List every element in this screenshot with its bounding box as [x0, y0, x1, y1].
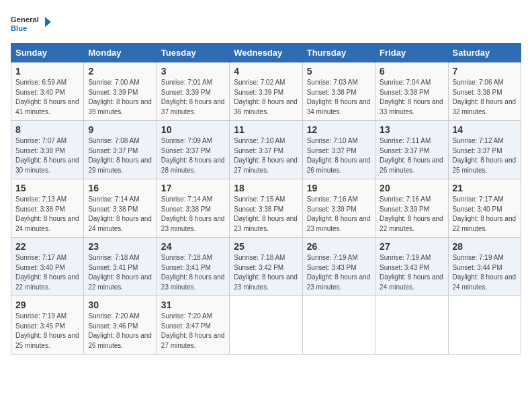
- day-number: 9: [88, 124, 152, 135]
- day-number: 14: [453, 124, 517, 135]
- day-detail: Sunrise: 7:08 AMSunset: 3:37 PMDaylight:…: [88, 136, 152, 175]
- day-detail: Sunrise: 7:07 AMSunset: 3:38 PMDaylight:…: [15, 136, 79, 175]
- day-number: 24: [161, 241, 225, 252]
- svg-marker-2: [45, 17, 51, 27]
- day-number: 1: [15, 66, 79, 77]
- day-number: 21: [453, 183, 517, 193]
- day-number: 10: [161, 124, 225, 135]
- day-detail: Sunrise: 7:14 AMSunset: 3:38 PMDaylight:…: [88, 195, 152, 234]
- day-cell: 4Sunrise: 7:02 AMSunset: 3:39 PMDaylight…: [230, 62, 302, 121]
- day-cell: 28Sunrise: 7:19 AMSunset: 3:44 PMDayligh…: [448, 238, 521, 296]
- day-number: 29: [15, 300, 79, 310]
- day-cell: 24Sunrise: 7:18 AMSunset: 3:41 PMDayligh…: [157, 238, 229, 296]
- day-number: 11: [234, 124, 298, 135]
- col-header-thursday: Thursday: [302, 44, 375, 62]
- day-detail: Sunrise: 7:17 AMSunset: 3:40 PMDaylight:…: [453, 195, 517, 234]
- day-number: 23: [88, 241, 152, 252]
- day-detail: Sunrise: 7:12 AMSunset: 3:37 PMDaylight:…: [453, 136, 517, 175]
- day-detail: Sunrise: 7:09 AMSunset: 3:37 PMDaylight:…: [161, 136, 225, 175]
- day-cell: 23Sunrise: 7:18 AMSunset: 3:41 PMDayligh…: [84, 238, 157, 296]
- day-cell: 9Sunrise: 7:08 AMSunset: 3:37 PMDaylight…: [84, 121, 157, 179]
- day-cell: 10Sunrise: 7:09 AMSunset: 3:37 PMDayligh…: [157, 121, 229, 179]
- day-number: 7: [453, 66, 517, 77]
- day-cell: 12Sunrise: 7:10 AMSunset: 3:37 PMDayligh…: [302, 121, 375, 179]
- day-detail: Sunrise: 7:11 AMSunset: 3:37 PMDaylight:…: [380, 136, 443, 175]
- day-number: 26: [307, 241, 371, 252]
- col-header-wednesday: Wednesday: [230, 44, 302, 62]
- day-detail: Sunrise: 7:01 AMSunset: 3:39 PMDaylight:…: [161, 78, 225, 117]
- day-number: 15: [15, 183, 79, 193]
- day-cell: [230, 296, 302, 355]
- svg-text:General: General: [11, 15, 39, 24]
- col-header-monday: Monday: [84, 44, 157, 62]
- day-cell: 7Sunrise: 7:06 AMSunset: 3:38 PMDaylight…: [448, 62, 521, 121]
- logo-svg: General Blue: [11, 11, 51, 38]
- day-detail: Sunrise: 7:19 AMSunset: 3:43 PMDaylight:…: [380, 253, 443, 292]
- day-cell: 16Sunrise: 7:14 AMSunset: 3:38 PMDayligh…: [84, 179, 157, 238]
- day-detail: Sunrise: 7:20 AMSunset: 3:47 PMDaylight:…: [161, 312, 225, 351]
- day-number: 17: [161, 183, 225, 193]
- week-row-1: 1Sunrise: 6:59 AMSunset: 3:40 PMDaylight…: [11, 62, 521, 121]
- day-detail: Sunrise: 7:16 AMSunset: 3:39 PMDaylight:…: [380, 195, 443, 234]
- week-row-5: 29Sunrise: 7:19 AMSunset: 3:45 PMDayligh…: [11, 296, 521, 355]
- page-header: General Blue: [11, 11, 521, 38]
- day-cell: [302, 296, 375, 355]
- day-number: 19: [307, 183, 371, 193]
- day-number: 2: [88, 66, 152, 77]
- col-header-sunday: Sunday: [11, 44, 84, 62]
- day-cell: 13Sunrise: 7:11 AMSunset: 3:37 PMDayligh…: [375, 121, 448, 179]
- day-cell: 14Sunrise: 7:12 AMSunset: 3:37 PMDayligh…: [448, 121, 521, 179]
- day-detail: Sunrise: 7:18 AMSunset: 3:42 PMDaylight:…: [234, 253, 298, 292]
- week-row-2: 8Sunrise: 7:07 AMSunset: 3:38 PMDaylight…: [11, 121, 521, 179]
- svg-text:Blue: Blue: [11, 24, 27, 32]
- day-cell: 25Sunrise: 7:18 AMSunset: 3:42 PMDayligh…: [230, 238, 302, 296]
- day-cell: 8Sunrise: 7:07 AMSunset: 3:38 PMDaylight…: [11, 121, 84, 179]
- day-number: 16: [88, 183, 152, 193]
- day-detail: Sunrise: 7:20 AMSunset: 3:46 PMDaylight:…: [88, 312, 152, 351]
- day-detail: Sunrise: 7:10 AMSunset: 3:37 PMDaylight:…: [234, 136, 298, 175]
- calendar-table: SundayMondayTuesdayWednesdayThursdayFrid…: [11, 43, 521, 355]
- day-number: 3: [161, 66, 225, 77]
- day-number: 18: [234, 183, 298, 193]
- day-number: 12: [307, 124, 371, 135]
- day-detail: Sunrise: 7:02 AMSunset: 3:39 PMDaylight:…: [234, 78, 298, 117]
- col-header-saturday: Saturday: [448, 44, 521, 62]
- day-detail: Sunrise: 7:19 AMSunset: 3:43 PMDaylight:…: [307, 253, 371, 292]
- day-number: 13: [380, 124, 443, 135]
- logo: General Blue: [11, 11, 51, 38]
- day-cell: [448, 296, 521, 355]
- day-number: 28: [453, 241, 517, 252]
- day-number: 31: [161, 300, 225, 310]
- day-number: 27: [380, 241, 443, 252]
- day-cell: 3Sunrise: 7:01 AMSunset: 3:39 PMDaylight…: [157, 62, 229, 121]
- day-detail: Sunrise: 7:06 AMSunset: 3:38 PMDaylight:…: [453, 78, 517, 117]
- day-cell: 29Sunrise: 7:19 AMSunset: 3:45 PMDayligh…: [11, 296, 84, 355]
- header-row: SundayMondayTuesdayWednesdayThursdayFrid…: [11, 44, 521, 62]
- day-cell: [375, 296, 448, 355]
- day-cell: 15Sunrise: 7:13 AMSunset: 3:38 PMDayligh…: [11, 179, 84, 238]
- day-cell: 5Sunrise: 7:03 AMSunset: 3:38 PMDaylight…: [302, 62, 375, 121]
- day-number: 22: [15, 241, 79, 252]
- day-detail: Sunrise: 7:18 AMSunset: 3:41 PMDaylight:…: [161, 253, 225, 292]
- week-row-3: 15Sunrise: 7:13 AMSunset: 3:38 PMDayligh…: [11, 179, 521, 238]
- day-detail: Sunrise: 7:00 AMSunset: 3:39 PMDaylight:…: [88, 78, 152, 117]
- day-detail: Sunrise: 7:04 AMSunset: 3:38 PMDaylight:…: [380, 78, 443, 117]
- day-cell: 30Sunrise: 7:20 AMSunset: 3:46 PMDayligh…: [84, 296, 157, 355]
- day-detail: Sunrise: 6:59 AMSunset: 3:40 PMDaylight:…: [15, 78, 79, 117]
- day-detail: Sunrise: 7:17 AMSunset: 3:40 PMDaylight:…: [15, 253, 79, 292]
- day-number: 8: [15, 124, 79, 135]
- day-detail: Sunrise: 7:16 AMSunset: 3:39 PMDaylight:…: [307, 195, 371, 234]
- day-detail: Sunrise: 7:18 AMSunset: 3:41 PMDaylight:…: [88, 253, 152, 292]
- day-number: 6: [380, 66, 443, 77]
- day-cell: 27Sunrise: 7:19 AMSunset: 3:43 PMDayligh…: [375, 238, 448, 296]
- day-cell: 22Sunrise: 7:17 AMSunset: 3:40 PMDayligh…: [11, 238, 84, 296]
- day-detail: Sunrise: 7:14 AMSunset: 3:38 PMDaylight:…: [161, 195, 225, 234]
- col-header-friday: Friday: [375, 44, 448, 62]
- day-number: 4: [234, 66, 298, 77]
- day-cell: 18Sunrise: 7:15 AMSunset: 3:38 PMDayligh…: [230, 179, 302, 238]
- day-number: 25: [234, 241, 298, 252]
- day-detail: Sunrise: 7:15 AMSunset: 3:38 PMDaylight:…: [234, 195, 298, 234]
- day-cell: 2Sunrise: 7:00 AMSunset: 3:39 PMDaylight…: [84, 62, 157, 121]
- day-detail: Sunrise: 7:10 AMSunset: 3:37 PMDaylight:…: [307, 136, 371, 175]
- week-row-4: 22Sunrise: 7:17 AMSunset: 3:40 PMDayligh…: [11, 238, 521, 296]
